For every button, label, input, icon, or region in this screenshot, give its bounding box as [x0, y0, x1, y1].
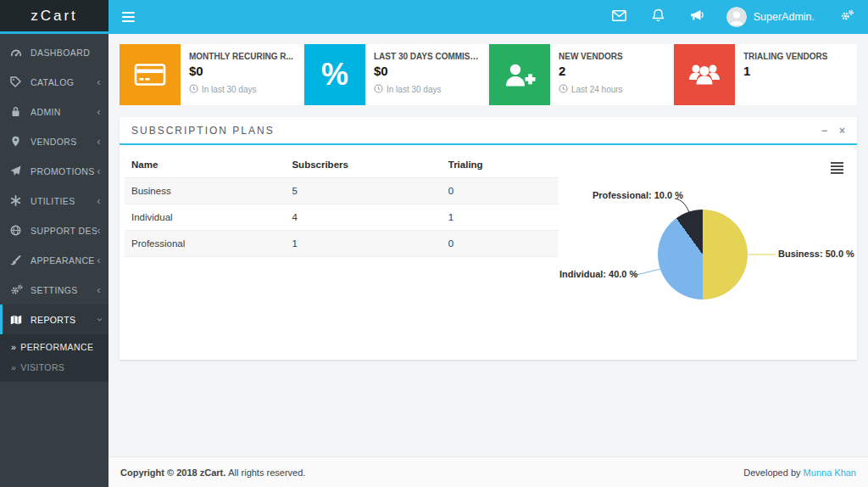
subscription-plans-table: Name Subscribers Trialing Business 5 0 I…	[125, 152, 559, 257]
sidebar-item-admin[interactable]: ADMIN ‹	[0, 97, 108, 126]
sidebar-item-utilities[interactable]: UTILITIES ‹	[0, 186, 108, 216]
pie-label-professional: Professional: 10.0 %	[593, 190, 683, 200]
table-cell: Professional	[125, 231, 285, 257]
stat-value: $0	[189, 64, 294, 78]
close-button[interactable]	[839, 126, 845, 136]
hamburger-icon[interactable]	[122, 9, 135, 25]
clock-icon	[189, 84, 198, 95]
paint-brush-icon	[10, 255, 24, 266]
subscription-pie-chart: Professional: 10.0 % Business: 50.0 % In…	[548, 145, 857, 360]
chevron-left-icon: ‹	[97, 165, 101, 176]
megaphone-icon	[690, 9, 704, 25]
stat-card-trialing-vendors: TRIALING VENDORS 1	[674, 44, 857, 105]
notifications-button[interactable]	[652, 8, 665, 25]
table-cell: Individual	[125, 204, 285, 231]
column-header: Subscribers	[285, 152, 441, 178]
settings-button[interactable]	[840, 9, 854, 25]
stat-card-monthly-recurring: MONTHLY RECURING R... $0 In last 30 days	[120, 44, 303, 105]
pie-label-business: Business: 50.0 %	[778, 249, 854, 259]
clock-icon	[374, 84, 383, 95]
pie-label-individual: Individual: 40.0 %	[559, 269, 637, 279]
developer-link[interactable]: Munna Khan	[804, 467, 856, 478]
copyright-text: Copyright © 2018 zCart.	[120, 467, 225, 478]
sidebar-item-label: UTILITIES	[31, 196, 97, 206]
chevron-left-icon: ‹	[97, 225, 101, 236]
credit-card-icon	[120, 44, 181, 105]
sidebar-subitem-visitors[interactable]: VISITORS	[0, 357, 108, 378]
username: SuperAdmin.	[754, 11, 815, 23]
developed-by-text: Developed by	[743, 467, 800, 478]
minimize-button[interactable]	[821, 126, 827, 136]
sidebar-item-label: VENDORS	[31, 137, 97, 147]
stat-title: NEW VENDORS	[559, 52, 664, 61]
sidebar-item-settings[interactable]: SETTINGS ‹	[0, 275, 108, 305]
tachometer-icon	[10, 47, 24, 59]
sidebar-item-label: DASHBOARD	[31, 48, 101, 58]
table-cell: 1	[442, 204, 559, 231]
chevron-left-icon: ‹	[97, 76, 101, 87]
stat-subtitle: In last 30 days	[202, 85, 256, 94]
table-row: Business 5 0	[125, 178, 559, 204]
avatar	[726, 7, 747, 27]
sidebar-item-reports[interactable]: REPORTS ‹	[0, 305, 108, 334]
topbar: SuperAdmin.	[108, 0, 868, 34]
chevron-left-icon: ‹	[97, 195, 101, 206]
stat-title: MONTHLY RECURING R...	[189, 52, 294, 61]
stat-card-new-vendors: NEW VENDORS 2 Last 24 hours	[489, 44, 672, 105]
stat-value: $0	[374, 64, 479, 78]
sidebar-item-label: ADMIN	[31, 107, 97, 117]
tag-icon	[10, 76, 24, 88]
reports-submenu: PERFORMANCE VISITORS	[0, 334, 108, 382]
table-row: Individual 4 1	[125, 204, 559, 231]
map-icon	[10, 314, 24, 326]
stat-value: 2	[559, 64, 664, 78]
chevron-left-icon: ‹	[97, 284, 101, 295]
footer: Copyright © 2018 zCart.All rights reserv…	[108, 456, 868, 487]
map-pin-icon	[10, 136, 24, 148]
column-header: Name	[125, 152, 285, 178]
stat-title: LAST 30 DAYS COMMISSION	[374, 52, 479, 61]
sidebar-item-support-desk[interactable]: SUPPORT DESK ‹	[0, 216, 108, 245]
sidebar-item-appearance[interactable]: APPEARANCE ‹	[0, 245, 108, 275]
stat-card-commission: % LAST 30 DAYS COMMISSION $0 In last 30 …	[304, 44, 487, 105]
sidebar-item-label: REPORTS	[31, 315, 97, 325]
asterisk-icon	[10, 195, 24, 207]
sidebar-item-label: PROMOTIONS	[31, 166, 97, 176]
lock-icon	[10, 106, 24, 118]
sidebar-nav: DASHBOARD CATALOG ‹ ADMIN ‹ VENDORS ‹ PR…	[0, 34, 108, 382]
bell-icon	[652, 8, 665, 25]
sidebar-subitem-label: PERFORMANCE	[20, 342, 93, 352]
announcements-button[interactable]	[690, 9, 704, 25]
table-cell: 1	[285, 231, 441, 257]
envelope-icon	[612, 9, 626, 25]
sidebar-item-promotions[interactable]: PROMOTIONS ‹	[0, 156, 108, 186]
stat-subtitle: Last 24 hours	[571, 85, 623, 94]
sidebar-item-catalog[interactable]: CATALOG ‹	[0, 67, 108, 97]
content-area: MONTHLY RECURING R... $0 In last 30 days…	[108, 34, 868, 456]
sidebar: zCart DASHBOARD CATALOG ‹ ADMIN ‹ VENDOR…	[0, 0, 108, 487]
chevron-left-icon: ‹	[97, 106, 101, 117]
table-cell: 0	[442, 231, 559, 257]
stat-value: 1	[743, 64, 849, 78]
app-logo[interactable]: zCart	[0, 0, 108, 34]
gears-icon	[10, 284, 24, 296]
stat-title: TRIALING VENDORS	[743, 52, 849, 61]
table-cell: Business	[125, 178, 285, 204]
table-row: Professional 1 0	[125, 231, 559, 257]
column-header: Trialing	[442, 152, 559, 178]
sidebar-item-vendors[interactable]: VENDORS ‹	[0, 126, 108, 156]
messages-button[interactable]	[612, 9, 626, 25]
sidebar-item-label: APPEARANCE	[31, 255, 97, 266]
user-plus-icon	[489, 44, 550, 105]
user-menu[interactable]: SuperAdmin.	[726, 7, 815, 27]
panel-title: SUBSCRIPTION PLANS	[131, 125, 275, 137]
stat-cards: MONTHLY RECURING R... $0 In last 30 days…	[120, 44, 857, 105]
table-cell: 0	[442, 178, 559, 204]
sidebar-subitem-performance[interactable]: PERFORMANCE	[0, 337, 108, 357]
subscription-plans-panel: SUBSCRIPTION PLANS Name Subscribers Tria…	[120, 117, 857, 360]
sidebar-item-label: CATALOG	[31, 77, 97, 87]
chevron-down-icon: ‹	[93, 317, 104, 322]
clock-icon	[559, 84, 568, 95]
sidebar-item-dashboard[interactable]: DASHBOARD	[0, 37, 108, 67]
chart-context-menu-button[interactable]	[831, 160, 843, 176]
